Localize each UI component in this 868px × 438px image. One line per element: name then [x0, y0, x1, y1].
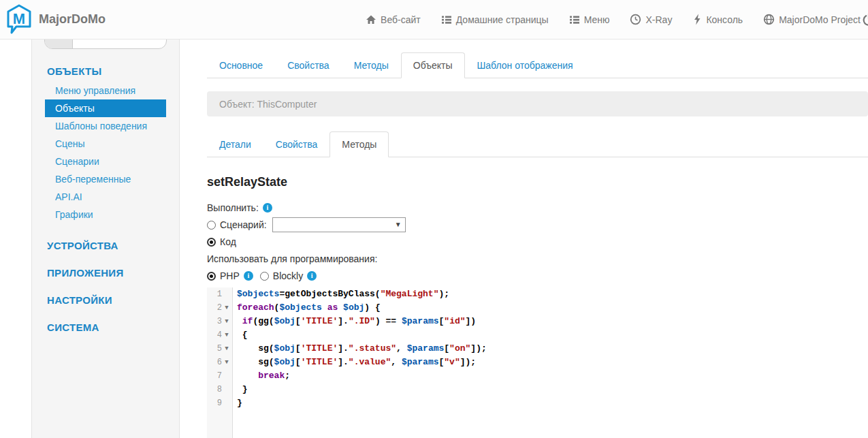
sidebar-item[interactable]: Шаблоны поведения	[45, 117, 166, 135]
execute-label: Выполнить:	[207, 200, 259, 215]
sidebar-search-input[interactable]	[44, 39, 167, 49]
scenario-select[interactable]: ▼	[272, 217, 406, 232]
line-number: 8	[207, 383, 222, 396]
scenario-row: Сценарий: ▼	[207, 217, 868, 232]
sidebar-section-header[interactable]: ОБЪЕКТЫ	[47, 65, 164, 76]
sidebar: ОБЪЕКТЫМеню управленияОбъектыШаблоны пов…	[31, 39, 180, 438]
scenario-radio[interactable]	[207, 221, 216, 230]
code-radio[interactable]	[207, 238, 216, 247]
php-radio[interactable]	[207, 272, 216, 281]
majordomo-logo-icon: M	[5, 4, 33, 35]
editor-gutter: 12▼3▼4▼5▼6▼789	[207, 287, 233, 438]
sidebar-section-header[interactable]: СИСТЕМА	[47, 322, 164, 332]
line-number: 1	[207, 287, 222, 301]
sidebar-item[interactable]: Сценарии	[45, 153, 166, 170]
top-nav-item-2[interactable]: Меню	[569, 14, 610, 25]
line-number: 5	[207, 342, 222, 356]
code-line: $objects=getObjectsByClass("MegaLight");	[237, 287, 868, 301]
code-line: break;	[237, 369, 868, 383]
info-icon[interactable]: i	[244, 271, 253, 281]
code-line: sg($obj['TITLE'].".status", $params["on"…	[237, 342, 868, 356]
fold-arrow-icon[interactable]: ▼	[222, 356, 231, 369]
object-label: Объект:	[219, 99, 255, 110]
sidebar-item[interactable]: Веб-переменные	[45, 170, 166, 188]
object-tab[interactable]: Методы	[342, 52, 401, 78]
programming-row: Использовать для программирования:	[207, 251, 868, 266]
info-icon[interactable]: i	[307, 271, 317, 281]
svg-text:M: M	[13, 10, 25, 27]
object-name: ThisComputer	[257, 99, 317, 110]
sidebar-item[interactable]: Меню управления	[45, 82, 166, 99]
code-line: foreach($objects as $obj) {	[237, 301, 868, 315]
line-number: 2	[207, 301, 222, 315]
xray-icon	[630, 14, 641, 25]
info-icon[interactable]: i	[263, 203, 272, 213]
code-line: }	[237, 396, 868, 410]
brand-title: MajorDoMo	[39, 12, 106, 27]
line-number: 4	[207, 328, 222, 342]
search-scope-button[interactable]	[45, 39, 73, 48]
list-icon	[569, 14, 580, 25]
power-icon[interactable]	[862, 13, 868, 27]
code-line: }	[237, 383, 868, 396]
method-tab[interactable]: Свойства	[263, 131, 329, 157]
line-number: 9	[207, 396, 222, 410]
fold-arrow-icon[interactable]: ▼	[222, 315, 231, 328]
code-label: Код	[220, 234, 236, 249]
language-row: PHP i Blockly i	[207, 268, 868, 283]
sidebar-item[interactable]: Графики	[45, 206, 166, 223]
scenario-label: Сценарий:	[220, 217, 267, 232]
code-editor[interactable]: 12▼3▼4▼5▼6▼789 $objects=getObjectsByClas…	[207, 287, 868, 438]
object-breadcrumb-bar: Объект: ThisComputer	[207, 91, 868, 116]
top-nav-item-0[interactable]: Веб-сайт	[366, 14, 421, 25]
sidebar-item[interactable]: Сцены	[45, 135, 166, 153]
sidebar-section-header[interactable]: ПРИЛОЖЕНИЯ	[47, 267, 164, 278]
method-sub-tabs: ДеталиСвойстваМетоды	[207, 131, 868, 157]
object-tab[interactable]: Свойства	[275, 52, 341, 78]
blockly-radio[interactable]	[260, 272, 269, 281]
line-number: 6	[207, 356, 222, 369]
top-nav-item-1[interactable]: Домашние страницы	[441, 14, 549, 25]
code-line: {	[237, 328, 868, 342]
fold-arrow-icon[interactable]: ▼	[222, 328, 231, 342]
fold-arrow-icon[interactable]: ▼	[222, 342, 231, 356]
list-icon	[441, 14, 452, 25]
object-tab[interactable]: Объекты	[401, 52, 465, 78]
editor-code-area[interactable]: $objects=getObjectsByClass("MegaLight");…	[233, 287, 868, 438]
programming-label: Использовать для программирования:	[207, 251, 377, 266]
method-tab[interactable]: Методы	[329, 131, 389, 157]
top-nav-item-3[interactable]: X-Ray	[630, 14, 672, 25]
top-bar: M MajorDoMo Веб-сайтДомашние страницыМен…	[0, 0, 868, 40]
line-number: 7	[207, 369, 222, 383]
top-nav-item-4[interactable]: Консоль	[692, 14, 743, 25]
sidebar-item[interactable]: API.AI	[45, 188, 166, 206]
bolt-icon	[692, 14, 702, 25]
fold-arrow-icon[interactable]: ▼	[222, 301, 231, 315]
line-number: 3	[207, 315, 222, 328]
globe-icon	[763, 14, 775, 25]
code-row: Код	[207, 234, 868, 249]
code-line: if(gg($obj['TITLE'].".ID") == $params["i…	[237, 315, 868, 328]
code-line: sg($obj['TITLE'].".value", $params["v"])…	[237, 356, 868, 369]
method-title: setRelayState	[207, 175, 868, 189]
sidebar-item[interactable]: Объекты	[45, 99, 166, 117]
php-label: PHP	[220, 268, 240, 283]
chevron-down-icon: ▼	[395, 217, 402, 232]
brand[interactable]: M MajorDoMo	[5, 4, 106, 35]
top-nav: Веб-сайтДомашние страницыМенюX-RayКонсол…	[366, 14, 861, 25]
top-nav-item-5[interactable]: MajorDoMo Project	[763, 14, 861, 25]
object-tab[interactable]: Основное	[207, 52, 275, 78]
blockly-label: Blockly	[273, 268, 303, 283]
home-icon	[366, 14, 376, 25]
method-tab[interactable]: Детали	[207, 131, 263, 157]
sidebar-section-header[interactable]: УСТРОЙСТВА	[47, 240, 164, 251]
execute-row: Выполнить: i	[207, 200, 868, 215]
main-content: ОсновноеСвойстваМетодыОбъектыШаблон отоб…	[207, 39, 868, 438]
object-tabs: ОсновноеСвойстваМетодыОбъектыШаблон отоб…	[207, 52, 868, 78]
sidebar-section-header[interactable]: НАСТРОЙКИ	[47, 294, 164, 305]
object-tab[interactable]: Шаблон отображения	[465, 52, 585, 78]
